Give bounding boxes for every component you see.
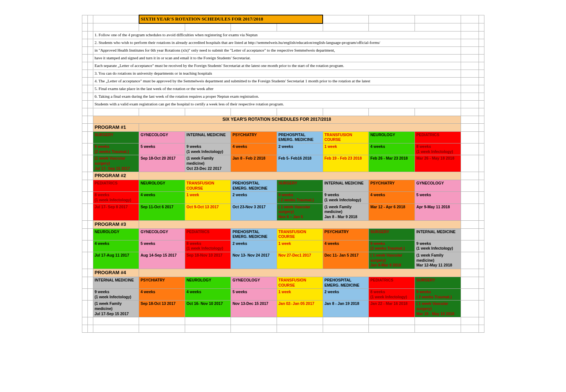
rotation-duration: 9 weeks(1 week Infectology) <box>93 289 139 300</box>
rotation-dates: Oct 23-Nov 3 2017 <box>231 204 277 220</box>
rotation-name: PSYCHIATRY <box>369 180 415 192</box>
rotation-duration: 9 weeks(2 weeks Traumat.) <box>93 143 139 155</box>
rotation-duration: 2 weeks <box>231 240 277 252</box>
rotation-name: TRANSFUSION COURSE <box>277 277 323 288</box>
rotation-duration: 9 weeks( 2 weeks Traumat.) <box>415 289 461 300</box>
rotation-duration: 4 weeks <box>139 192 185 204</box>
rotation-duration: 4 weeks <box>185 289 231 300</box>
rotation-name: NEUROLOGY <box>139 180 185 192</box>
rotation-name: INTERNAL MEDICINE <box>323 180 369 192</box>
note-line: in "Approved Health Institutes for 6th y… <box>93 46 461 54</box>
note-line: 6. Taking a final exam during the last w… <box>93 93 461 100</box>
rotation-dates: (1 week Family medicine)Jan 8 - Mar 9 20… <box>323 204 369 220</box>
note-line: 4. The „Letter of acceptance" must be ap… <box>93 77 461 85</box>
rotation-duration: 5 weeks <box>415 192 461 204</box>
rotation-duration: 9 weeks(1 week Infectology) <box>185 143 231 155</box>
rotation-dates: (1 week Family medicine)Mar 12-May 11 20… <box>415 252 461 269</box>
note-line: 5. Final exams take place in the last we… <box>93 85 461 93</box>
rotation-dates: Jan 22 - Mar 16 2018 <box>369 300 415 317</box>
rotation-name: INTERNAL MEDICINE <box>93 277 139 288</box>
program-label: PROGRAM #4 <box>93 269 139 277</box>
rotation-duration: 4 weeks <box>323 240 369 252</box>
rotation-dates: Mar 12 - Apr 6 2018 <box>369 204 415 220</box>
rotation-name: PREHOSPITAL EMERG. MEDICINE <box>231 180 277 192</box>
rotation-dates: Jan 8 - Jan 19 2018 <box>323 300 369 317</box>
note-line: have it stamped and signed and turn it i… <box>93 54 461 62</box>
rotation-dates: (1 week Family medicine)Jul 17-Sep 15 20… <box>93 300 139 317</box>
rotation-duration: 5 weeks <box>231 289 277 300</box>
note-line: Students with a valid exam registration … <box>93 100 461 108</box>
rotation-name: SURGERY <box>93 131 139 143</box>
rotation-duration: 2 weeks <box>277 143 323 155</box>
rotation-dates: Nov 27-Dec1 2017 <box>277 252 323 269</box>
rotation-duration: 4 weeks <box>369 143 415 155</box>
rotation-dates: Sep 18-Nov 10 2017 <box>185 252 231 269</box>
rotation-name: PSYCHIATRY <box>139 277 185 288</box>
rotation-dates: Nov 13-Dec 15 2017 <box>231 300 277 317</box>
rotation-name: NEUROLOGY <box>369 131 415 143</box>
rotation-name: PSYCHIATRY <box>231 131 277 143</box>
rotation-duration: 8 weeks(1 week Infectology) <box>415 143 461 155</box>
rotation-name: SURGERY <box>369 228 415 240</box>
rotation-name: NEUROLOGY <box>93 228 139 240</box>
rotation-name: INTERNAL MEDICINE <box>415 228 461 240</box>
page-title: SIXTH YEAR'S ROTATION SCHEDULES FOR 2017… <box>139 15 323 23</box>
rotation-dates: Jan 8 - Feb 2 2018 <box>231 155 277 172</box>
rotation-name: GYNECOLOGY <box>231 277 277 288</box>
note-line: Each separate „Letter of acceptance" mus… <box>93 62 461 70</box>
rotation-duration: 2 weeks <box>231 192 277 204</box>
note-line: 3. You can do rotations in university de… <box>93 70 461 77</box>
rotation-dates: Aug 14-Sep 15 2017 <box>139 252 185 269</box>
rotation-name: SURGERY <box>415 277 461 288</box>
rotation-duration: 1 week <box>277 240 323 252</box>
rotation-dates: Oct 16- Nov 10 2017 <box>185 300 231 317</box>
rotation-name: PEDIATRICS <box>369 277 415 288</box>
rotation-dates: ( 1 week Vascular surgery)Mar 19 - May 1… <box>415 300 461 317</box>
note-line: 1. Follow one of the 4 program schedules… <box>93 31 461 39</box>
rotation-name: INTERNAL MEDICINE <box>185 131 231 143</box>
rotation-duration: 5 weeks <box>139 143 185 155</box>
rotation-duration: 9 weeks( 2 weeks Traumat.) <box>277 192 323 204</box>
rotation-duration: 8 weeks(1 week Infectology) <box>369 289 415 300</box>
program-label: PROGRAM #3 <box>93 220 139 228</box>
rotation-name: PREHOSPITAL EMERG. MEDICINE <box>231 228 277 240</box>
subtitle: SIX YEAR'S ROTATION SCHEDULES FOR 2017/2… <box>93 116 461 123</box>
rotation-dates: Feb 19 - Feb 23 2018 <box>323 155 369 172</box>
rotation-dates: Dec 11- Jan 5 2017 <box>323 252 369 269</box>
rotation-dates: (1 week Family medicine)Oct 23-Dec 22 20… <box>185 155 231 172</box>
rotation-duration: 4 weeks <box>139 289 185 300</box>
rotation-dates: Sep 18-Oct 13 2017 <box>139 300 185 317</box>
rotation-dates: Jan 02- Jan 05 2017 <box>277 300 323 317</box>
rotation-name: GYNECOLOGY <box>415 180 461 192</box>
rotation-duration: 5 weeks <box>139 240 185 252</box>
rotation-duration: 1 week <box>323 143 369 155</box>
rotation-dates: Jul 17- Sep 8 2017 <box>93 204 139 220</box>
rotation-spreadsheet: SIXTH YEAR'S ROTATION SCHEDULES FOR 2017… <box>82 15 484 333</box>
rotation-dates: Apr 9-May 11 2018 <box>415 204 461 220</box>
rotation-name: PREHOSPITAL EMERG. MEDICINE <box>277 131 323 143</box>
rotation-duration: 2 weeks <box>323 289 369 300</box>
rotation-name: TRANSFUSION COURSE <box>277 228 323 240</box>
rotation-name: PREHOSPITAL EMERG. MEDICINE <box>323 277 369 288</box>
rotation-duration: 1 week <box>277 289 323 300</box>
rotation-name: GYNECOLOGY <box>139 131 185 143</box>
rotation-name: GYNECOLOGY <box>139 228 185 240</box>
rotation-duration: 4 weeks <box>93 240 139 252</box>
note-line: 2. Students who wish to perform their ro… <box>93 39 461 46</box>
rotation-name: TRANSFUSION COURSE <box>185 180 231 192</box>
rotation-dates: Nov 13- Nov 24 2017 <box>231 252 277 269</box>
rotation-name: NEUROLOGY <box>185 277 231 288</box>
rotation-dates: Feb 5- Feb16 2018 <box>277 155 323 172</box>
program-label: PROGRAM #1 <box>93 123 139 131</box>
rotation-name: PEDIATRICS <box>415 131 461 143</box>
program-label: PROGRAM #2 <box>93 172 139 180</box>
rotation-name: SURGERY <box>277 180 323 192</box>
rotation-name: TRANSFUSION COURSE <box>323 131 369 143</box>
rotation-dates: (1 week Vascular surgery)Jul 17- Sep 15 … <box>93 155 139 172</box>
rotation-duration: 9 weeks(1 week Infectology) <box>323 192 369 204</box>
rotation-dates: Oct 9-Oct 13 2017 <box>185 204 231 220</box>
rotation-duration: 1 week <box>185 192 231 204</box>
rotation-dates: ( 1 week Vascular surgery)Jan 8-Mar 9 20… <box>369 252 415 269</box>
rotation-dates: ( 1 week Vascular surgery)Nov 6 – Jan 5 <box>277 204 323 220</box>
rotation-dates: Feb 26 - Mar 23 2018 <box>369 155 415 172</box>
